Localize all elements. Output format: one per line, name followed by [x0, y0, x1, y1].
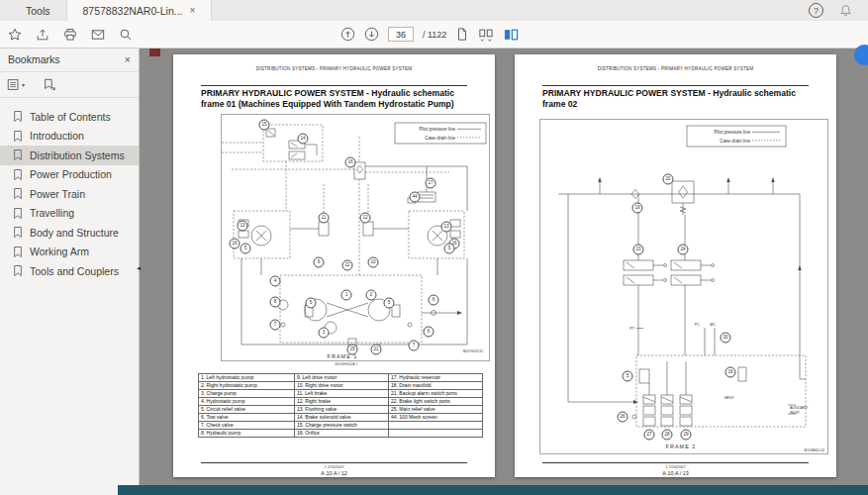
table-cell: 22. Brake light switch ports: [389, 398, 483, 406]
callout-5: 5: [384, 298, 395, 309]
bookmarks-header: Bookmarks ×: [0, 48, 139, 72]
panel-collapse-handle[interactable]: ◂: [134, 255, 144, 281]
tab-bar: Tools 87578832NAR0-Lin... × ?: [0, 0, 868, 22]
sidebar-item-distribution-systems[interactable]: Distribution Systems: [0, 146, 139, 165]
callout-27: 27: [644, 430, 655, 441]
sidebar-item-table-of-contents[interactable]: Table of Contents: [0, 107, 139, 127]
table-cell: 15. Charge pressure switch: [295, 422, 389, 430]
callout-9: 9: [314, 257, 325, 268]
table-row: 3. Charge pump11. Left brake21. Backup a…: [199, 390, 483, 398]
sidebar-item-power-production[interactable]: Power Production: [0, 165, 139, 185]
page-running-header: DISTRIBUTION SYSTEMS - PRIMARY HYDRAULIC…: [173, 66, 495, 71]
tab-document-label: 87578832NAR0-Lin...: [83, 5, 183, 17]
table-cell: 13. Flushing valve: [295, 406, 389, 414]
callout-3: 3: [319, 328, 330, 339]
acrobat-window: Tools 87578832NAR0-Lin... × ?: [0, 0, 868, 495]
callout-6: 6: [429, 295, 439, 306]
callout-28: 28: [662, 430, 673, 441]
table-row: 7. Check valve15. Charge pressure switch: [199, 422, 483, 430]
table-cell: 25. Main relief valve: [389, 406, 483, 414]
header-rule: [542, 85, 809, 86]
star-icon[interactable]: [8, 28, 22, 42]
table-cell: 18. Drain manifold: [389, 382, 483, 390]
close-icon[interactable]: ×: [190, 5, 196, 16]
bottom-bar: [118, 485, 868, 495]
two-page-view-icon[interactable]: [503, 28, 520, 42]
chevron-down-icon: ▾: [22, 81, 25, 88]
toolbar-left-group: [8, 21, 133, 48]
callout-1: 1: [341, 290, 352, 301]
pdf-page-left: DISTRIBUTION SYSTEMS - PRIMARY HYDRAULIC…: [173, 54, 495, 477]
table-cell: [389, 430, 483, 438]
page-number-input[interactable]: [388, 27, 414, 42]
table-cell: 9. Left drive motor: [295, 374, 389, 382]
table-cell: 1. Left hydrostatic pump: [199, 374, 295, 382]
callout-21: 21: [371, 345, 382, 355]
footer-page-number: A.10.A / 13: [515, 470, 836, 476]
add-bookmark-button[interactable]: [43, 78, 56, 92]
callout-16: 16: [345, 157, 356, 168]
tab-tools[interactable]: Tools: [10, 0, 66, 21]
bookmark-icon: [13, 264, 23, 277]
bookmark-icon: [13, 148, 23, 161]
callout-16: 16: [230, 239, 241, 249]
callout-24: 24: [678, 245, 689, 255]
print-icon[interactable]: [63, 28, 77, 42]
callout-2: 2: [366, 290, 377, 301]
page-down-icon[interactable]: [364, 27, 379, 42]
email-icon[interactable]: [91, 28, 105, 42]
table-cell: 16. Orifice: [295, 430, 389, 438]
callout-15: 15: [259, 120, 270, 131]
callout-7: 7: [409, 341, 420, 351]
callout-5: 5: [623, 371, 633, 382]
legend-table-body: 1. Left hydrostatic pump9. Left drive mo…: [199, 374, 483, 438]
table-cell: 4. Hydrostatic pump: [199, 398, 295, 406]
bookmark-icon: [13, 207, 23, 220]
page-up-icon[interactable]: [340, 27, 355, 42]
bookmark-options-button[interactable]: ▾: [7, 78, 25, 91]
avatar[interactable]: [854, 45, 868, 65]
table-cell: 17. Hydraulic reservoir: [389, 374, 483, 382]
bookmarks-title: Bookmarks: [8, 53, 60, 65]
callout-23: 23: [633, 245, 644, 255]
callout-17: 17: [426, 178, 436, 189]
hydraulic-schematic-frame-2: Pilot pressure line Case drain line: [539, 119, 828, 454]
table-row: 4. Hydrostatic pump12. Right brake22. Br…: [199, 398, 483, 406]
callout-8: 8: [270, 297, 281, 308]
table-row: 5. Circuit relief valve13. Flushing valv…: [199, 406, 483, 414]
continuous-scroll-icon[interactable]: [478, 28, 494, 42]
bookmark-icon: [13, 187, 23, 200]
bookmark-icon: [13, 168, 23, 181]
search-icon[interactable]: [119, 28, 133, 42]
page-title: PRIMARY HYDRAULIC POWER SYSTEM - Hydraul…: [201, 88, 473, 109]
callout-5: 5: [241, 244, 251, 254]
callout-29: 29: [681, 430, 692, 441]
share-upload-icon[interactable]: [36, 28, 49, 42]
tabbar-right: ?: [809, 0, 868, 21]
footer-rule: [542, 462, 809, 463]
table-cell: 11. Left brake: [295, 390, 389, 398]
table-cell: 44. 100 Mesh screen: [389, 414, 483, 422]
table-cell: 10. Right drive motor: [295, 382, 389, 390]
bookmarks-list: Table of Contents Introduction Distribut…: [0, 98, 139, 281]
pdf-page-right: DISTRIBUTION SYSTEMS - PRIMARY HYDRAULIC…: [515, 54, 836, 477]
tab-document[interactable]: 87578832NAR0-Lin... ×: [66, 0, 213, 21]
callout-6: 6: [424, 327, 434, 338]
help-icon[interactable]: ?: [809, 3, 823, 18]
sidebar-item-introduction[interactable]: Introduction: [0, 127, 139, 147]
sidebar-item-working-arm[interactable]: Working Arm: [0, 243, 139, 262]
sidebar-item-body-and-structure[interactable]: Body and Structure: [0, 223, 139, 243]
table-cell: 2. Right hydrostatic pump: [199, 382, 295, 390]
hydraulic-schematic-frame-1: Pilot pressure line Case drain line: [221, 114, 490, 361]
footer-rule: [201, 462, 467, 463]
sidebar-item-tools-and-couplers[interactable]: Tools and Couplers: [0, 261, 139, 281]
toolbar: / 1122: [0, 21, 868, 49]
sidebar-item-power-train[interactable]: Power Train: [0, 184, 139, 204]
panel-close-icon[interactable]: ×: [125, 53, 131, 65]
bell-icon[interactable]: [839, 4, 852, 17]
single-page-icon[interactable]: [455, 27, 469, 42]
callouts-left: 1514161744111213131616559102241286557367…: [222, 115, 489, 360]
table-row: 6. Tow valve14. Brake solenoid valve44. …: [199, 414, 483, 422]
sidebar-item-travelling[interactable]: Travelling: [0, 204, 139, 224]
toolbar-center-group: / 1122: [340, 21, 520, 48]
